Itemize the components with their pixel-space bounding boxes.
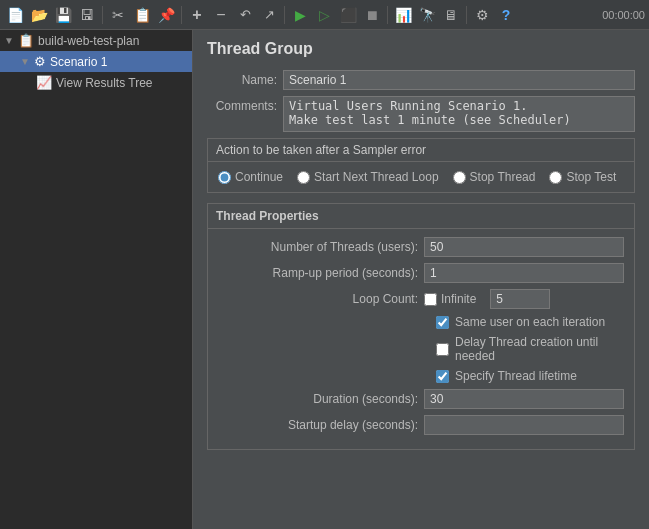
stop-test-label: Stop Test (566, 170, 616, 184)
results-label: View Results Tree (56, 76, 153, 90)
sep1 (102, 6, 103, 24)
new-btn[interactable]: 📄 (4, 4, 26, 26)
sep3 (284, 6, 285, 24)
thread-properties-section: Thread Properties Number of Threads (use… (207, 203, 635, 450)
shutdown-btn[interactable]: ⏹ (361, 4, 383, 26)
radio-continue[interactable] (218, 171, 231, 184)
sampler-error-label: Action to be taken after a Sampler error (208, 139, 634, 162)
main-layout: ▼ 📋 build-web-test-plan ▼ ⚙ Scenario 1 📈… (0, 30, 649, 529)
remove-btn[interactable]: − (210, 4, 232, 26)
radio-stop-thread[interactable] (453, 171, 466, 184)
rampup-label: Ramp-up period (seconds): (218, 266, 418, 280)
timer-display: 00:00:00 (602, 9, 645, 21)
duration-row: Duration (seconds): (218, 389, 624, 409)
add-btn[interactable]: + (186, 4, 208, 26)
thread-properties-title: Thread Properties (208, 204, 634, 229)
help-btn[interactable]: ? (495, 4, 517, 26)
sidebar-item-root[interactable]: ▼ 📋 build-web-test-plan (0, 30, 192, 51)
infinite-checkbox[interactable] (424, 293, 437, 306)
start-next-label: Start Next Thread Loop (314, 170, 439, 184)
threads-input[interactable] (424, 237, 624, 257)
plan-icon: 📋 (18, 33, 34, 48)
sep4 (387, 6, 388, 24)
threads-label: Number of Threads (users): (218, 240, 418, 254)
reset-btn[interactable]: ↗ (258, 4, 280, 26)
toolbar: 📄 📂 💾 🖫 ✂ 📋 📌 + − ↶ ↗ ▶ ▷ ⬛ ⏹ 📊 🔭 🖥 ⚙ ? … (0, 0, 649, 30)
comments-row: Comments: Virtual Users Running Scenario… (207, 96, 635, 132)
comments-input[interactable]: Virtual Users Running Scenario 1. Make t… (283, 96, 635, 132)
copy-btn[interactable]: 📋 (131, 4, 153, 26)
error-action-radio-group: Continue Start Next Thread Loop Stop Thr… (218, 170, 624, 184)
loop-row: Loop Count: Infinite (218, 289, 624, 309)
remote-btn[interactable]: 🖥 (440, 4, 462, 26)
radio-start-next[interactable] (297, 171, 310, 184)
specify-lifetime-row: Specify Thread lifetime (218, 369, 624, 383)
sep2 (181, 6, 182, 24)
scenario1-label: Scenario 1 (50, 55, 107, 69)
option-start-next[interactable]: Start Next Thread Loop (297, 170, 439, 184)
sampler-error-section: Action to be taken after a Sampler error… (207, 138, 635, 193)
sidebar-item-results-tree[interactable]: 📈 View Results Tree (0, 72, 192, 93)
expand-arrow-root: ▼ (4, 35, 14, 46)
option-stop-thread[interactable]: Stop Thread (453, 170, 536, 184)
content-area: Thread Group Name: Comments: Virtual Use… (193, 30, 649, 529)
scenario-icon: ⚙ (34, 54, 46, 69)
sidebar: ▼ 📋 build-web-test-plan ▼ ⚙ Scenario 1 📈… (0, 30, 193, 529)
loop-count-input[interactable] (490, 289, 550, 309)
stop-thread-label: Stop Thread (470, 170, 536, 184)
same-user-checkbox[interactable] (436, 316, 449, 329)
analyze-btn[interactable]: 🔭 (416, 4, 438, 26)
expand-arrow-scenario: ▼ (20, 56, 30, 67)
startup-row: Startup delay (seconds): (218, 415, 624, 435)
rampup-row: Ramp-up period (seconds): (218, 263, 624, 283)
continue-label: Continue (235, 170, 283, 184)
page-title: Thread Group (207, 40, 635, 58)
name-row: Name: (207, 70, 635, 90)
root-label: build-web-test-plan (38, 34, 139, 48)
delay-creation-label: Delay Thread creation until needed (455, 335, 624, 363)
cut-btn[interactable]: ✂ (107, 4, 129, 26)
run-no-pause-btn[interactable]: ▷ (313, 4, 335, 26)
run-btn[interactable]: ▶ (289, 4, 311, 26)
stop-btn[interactable]: ⬛ (337, 4, 359, 26)
duration-input[interactable] (424, 389, 624, 409)
sidebar-item-scenario1[interactable]: ▼ ⚙ Scenario 1 (0, 51, 192, 72)
threads-row: Number of Threads (users): (218, 237, 624, 257)
paste-btn[interactable]: 📌 (155, 4, 177, 26)
delay-creation-checkbox[interactable] (436, 343, 449, 356)
name-input[interactable] (283, 70, 635, 90)
option-continue[interactable]: Continue (218, 170, 283, 184)
clear-btn[interactable]: ↶ (234, 4, 256, 26)
report-btn[interactable]: 📊 (392, 4, 414, 26)
same-user-label: Same user on each iteration (455, 315, 605, 329)
open-btn[interactable]: 📂 (28, 4, 50, 26)
duration-label: Duration (seconds): (218, 392, 418, 406)
startup-input[interactable] (424, 415, 624, 435)
comments-label: Comments: (207, 96, 277, 113)
results-icon: 📈 (36, 75, 52, 90)
specify-lifetime-checkbox[interactable] (436, 370, 449, 383)
settings-btn[interactable]: ⚙ (471, 4, 493, 26)
loop-count-label: Loop Count: (218, 292, 418, 306)
infinite-option[interactable]: Infinite (424, 292, 476, 306)
saveas-btn[interactable]: 🖫 (76, 4, 98, 26)
startup-label: Startup delay (seconds): (218, 418, 418, 432)
thread-properties-content: Number of Threads (users): Ramp-up perio… (208, 229, 634, 449)
specify-lifetime-label: Specify Thread lifetime (455, 369, 577, 383)
sep5 (466, 6, 467, 24)
option-stop-test[interactable]: Stop Test (549, 170, 616, 184)
rampup-input[interactable] (424, 263, 624, 283)
save-btn[interactable]: 💾 (52, 4, 74, 26)
radio-stop-test[interactable] (549, 171, 562, 184)
delay-creation-row: Delay Thread creation until needed (218, 335, 624, 363)
name-label: Name: (207, 70, 277, 87)
infinite-label: Infinite (441, 292, 476, 306)
sampler-error-content: Continue Start Next Thread Loop Stop Thr… (208, 162, 634, 192)
same-user-row: Same user on each iteration (218, 315, 624, 329)
